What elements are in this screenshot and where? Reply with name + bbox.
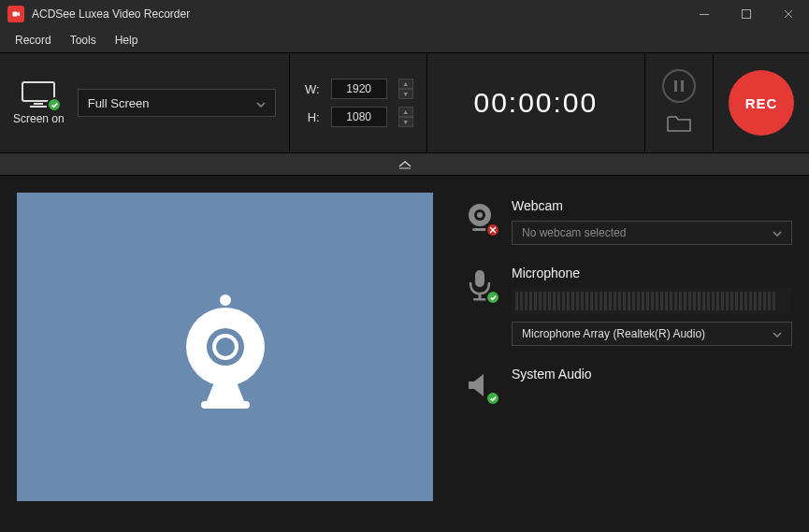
open-folder-button[interactable]: [662, 110, 696, 137]
svg-rect-2: [742, 10, 750, 19]
close-button[interactable]: [767, 0, 809, 28]
menu-bar: Record Tools Help: [0, 28, 809, 52]
window-title: ACDSee Luxea Video Recorder: [32, 7, 683, 21]
maximize-button[interactable]: [725, 0, 767, 28]
svg-rect-19: [475, 270, 484, 287]
webcam-select[interactable]: No webcam selected: [512, 221, 792, 245]
svg-rect-0: [13, 12, 18, 17]
svg-rect-4: [34, 103, 43, 105]
record-section: REC: [714, 53, 809, 152]
devices-panel: Webcam No webcam selected Microphone Mic…: [461, 193, 792, 515]
timer-section: 00:00:00: [427, 53, 645, 152]
check-icon: [47, 97, 62, 112]
svg-point-9: [220, 295, 231, 306]
svg-rect-7: [681, 80, 684, 92]
collapse-toggle[interactable]: [0, 153, 809, 176]
x-icon: [485, 223, 500, 237]
app-icon: [7, 6, 24, 22]
webcam-title: Webcam: [512, 198, 792, 213]
title-bar: ACDSee Luxea Video Recorder: [0, 0, 809, 28]
system-audio-row: System Audio: [461, 367, 792, 404]
svg-point-13: [216, 338, 235, 356]
width-label: W:: [303, 82, 320, 96]
capture-mode-value: Full Screen: [88, 96, 150, 110]
svg-point-17: [477, 212, 483, 218]
microphone-icon[interactable]: [461, 266, 498, 303]
microphone-level-meter: [512, 288, 792, 314]
chevron-down-icon: [773, 226, 782, 239]
svg-rect-20: [479, 294, 482, 298]
menu-record[interactable]: Record: [7, 31, 59, 50]
width-input[interactable]: [331, 79, 387, 99]
menu-tools[interactable]: Tools: [63, 31, 104, 50]
svg-rect-1: [700, 14, 709, 15]
microphone-title: Microphone: [512, 266, 792, 280]
record-label: REC: [745, 95, 778, 111]
timer-display: 00:00:00: [473, 87, 598, 119]
pause-button[interactable]: [662, 69, 696, 103]
capture-mode-select[interactable]: Full Screen: [78, 89, 276, 117]
menu-help[interactable]: Help: [108, 31, 146, 50]
screen-capture-section: Screen on Full Screen: [0, 53, 290, 152]
check-icon: [485, 290, 500, 305]
svg-rect-8: [399, 167, 411, 168]
webcam-icon[interactable]: [461, 198, 498, 236]
width-down-button[interactable]: ▼: [398, 89, 413, 99]
webcam-selected-value: No webcam selected: [522, 226, 626, 239]
svg-rect-6: [674, 80, 677, 92]
svg-rect-21: [473, 298, 486, 301]
height-up-button[interactable]: ▲: [398, 107, 413, 117]
svg-rect-14: [201, 401, 250, 409]
screen-toggle[interactable]: Screen on: [13, 80, 65, 125]
preview-pane: [17, 193, 433, 501]
minimize-button[interactable]: [683, 0, 725, 28]
system-audio-title: System Audio: [512, 367, 792, 381]
content-area: Webcam No webcam selected Microphone Mic…: [0, 176, 809, 532]
toolbar: Screen on Full Screen W: ▲ ▼ H: ▲ ▼: [0, 52, 809, 153]
webcam-placeholder-icon: [169, 281, 282, 412]
svg-rect-5: [30, 106, 47, 108]
record-button[interactable]: REC: [729, 70, 794, 136]
check-icon: [485, 391, 500, 406]
screen-label: Screen on: [13, 112, 65, 125]
dimensions-section: W: ▲ ▼ H: ▲ ▼: [290, 53, 427, 152]
microphone-select[interactable]: Microphone Array (Realtek(R) Audio): [512, 322, 792, 346]
webcam-row: Webcam No webcam selected: [461, 198, 792, 245]
chevron-down-icon: [773, 327, 782, 340]
width-up-button[interactable]: ▲: [398, 79, 413, 89]
microphone-row: Microphone Microphone Array (Realtek(R) …: [461, 266, 792, 346]
microphone-selected-value: Microphone Array (Realtek(R) Audio): [522, 327, 705, 340]
height-label: H:: [303, 110, 320, 124]
chevron-down-icon: [256, 96, 266, 110]
height-down-button[interactable]: ▼: [398, 117, 413, 127]
height-input[interactable]: [331, 107, 387, 127]
playback-actions: [645, 53, 714, 152]
speaker-icon[interactable]: [461, 367, 498, 404]
monitor-icon: [21, 80, 56, 108]
